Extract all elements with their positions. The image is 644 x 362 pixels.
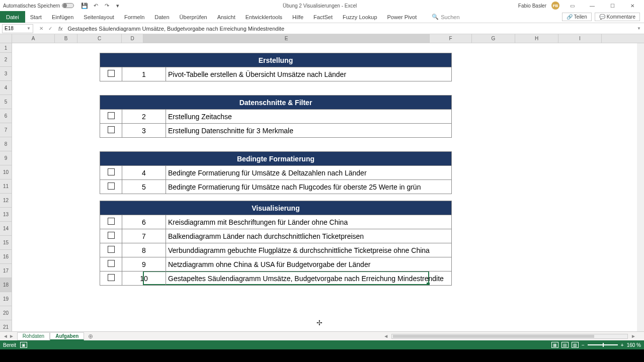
- tab-formeln[interactable]: Formeln: [119, 11, 149, 23]
- tab-start[interactable]: Start: [25, 11, 47, 23]
- col-header-F[interactable]: F: [430, 34, 472, 43]
- sheet-nav-next-icon[interactable]: ►: [9, 333, 14, 339]
- row-header-17[interactable]: 17: [0, 264, 12, 278]
- row-header-19[interactable]: 19: [0, 292, 12, 306]
- cancel-formula-icon[interactable]: ✕: [37, 25, 45, 33]
- row-header-6[interactable]: 6: [0, 109, 12, 123]
- row-header-7[interactable]: 7: [0, 123, 12, 137]
- task-number: 9: [122, 257, 166, 272]
- close-icon[interactable]: ✕: [625, 1, 640, 11]
- sheet-nav-prev-icon[interactable]: ◄: [3, 333, 8, 339]
- formula-expand-icon[interactable]: ▼: [634, 26, 644, 31]
- formula-input[interactable]: Gestapeltes Säulendiagramm Umsätze, Budg…: [65, 26, 634, 32]
- name-box[interactable]: E18 ▼: [2, 24, 33, 33]
- name-box-value: E18: [5, 26, 14, 31]
- spreadsheet-grid[interactable]: 12345678910111213141516171819202122 ABCD…: [0, 34, 644, 331]
- tab-file[interactable]: Datei: [0, 11, 25, 23]
- tab-fuzzy lookup[interactable]: Fuzzy Lookup: [338, 11, 382, 23]
- row-header-15[interactable]: 15: [0, 236, 12, 250]
- add-sheet-icon[interactable]: ⊕: [84, 333, 97, 340]
- macro-record-icon[interactable]: ▣: [20, 342, 27, 348]
- tab-seitenlayout[interactable]: Seitenlayout: [78, 11, 119, 23]
- avatar[interactable]: FB: [551, 2, 559, 10]
- row-header-4[interactable]: 4: [0, 81, 12, 95]
- row-header-11[interactable]: 11: [0, 179, 12, 194]
- row-header-20[interactable]: 20: [0, 306, 12, 320]
- row-header-21[interactable]: 21: [0, 320, 12, 331]
- tab-daten[interactable]: Daten: [149, 11, 174, 23]
- undo-icon[interactable]: ↶: [92, 2, 99, 9]
- view-layout-icon[interactable]: ▤: [561, 342, 569, 348]
- view-pagebreak-icon[interactable]: ▧: [572, 342, 579, 348]
- tab-ansicht[interactable]: Ansicht: [212, 11, 240, 23]
- fx-icon[interactable]: fx: [56, 26, 65, 32]
- tab-factset[interactable]: FactSet: [308, 11, 338, 23]
- checkbox[interactable]: [108, 168, 115, 175]
- save-icon[interactable]: 💾: [81, 2, 88, 9]
- checkbox[interactable]: [108, 246, 115, 253]
- row-header-5[interactable]: 5: [0, 95, 12, 109]
- col-header-C[interactable]: C: [77, 34, 122, 43]
- col-header-H[interactable]: H: [515, 34, 558, 43]
- hscroll-left-icon[interactable]: ◄: [380, 333, 391, 339]
- row-header-13[interactable]: 13: [0, 208, 12, 222]
- checkbox[interactable]: [108, 112, 115, 119]
- status-bar: Bereit ▣ ▦ ▤ ▧ − + 160 %: [0, 340, 644, 349]
- checkbox[interactable]: [108, 126, 115, 133]
- horizontal-scrollbar[interactable]: [391, 334, 628, 339]
- col-header-B[interactable]: B: [55, 34, 77, 43]
- maximize-icon[interactable]: ☐: [605, 1, 620, 11]
- task-number: 8: [122, 243, 166, 257]
- zoom-slider[interactable]: [588, 344, 618, 345]
- task-number: 2: [122, 110, 166, 124]
- zoom-in-icon[interactable]: +: [621, 342, 624, 348]
- vertical-scrollbar[interactable]: [637, 43, 644, 331]
- zoom-level[interactable]: 160 %: [627, 342, 641, 348]
- row-header-8[interactable]: 8: [0, 137, 12, 151]
- ribbon-display-icon[interactable]: ▭: [565, 1, 580, 11]
- tab-einfügen[interactable]: Einfügen: [47, 11, 78, 23]
- tab-power pivot[interactable]: Power Pivot: [382, 11, 422, 23]
- col-header-D[interactable]: D: [122, 34, 143, 43]
- row-header-14[interactable]: 14: [0, 222, 12, 236]
- tab-hilfe[interactable]: Hilfe: [287, 11, 308, 23]
- checkbox[interactable]: [108, 183, 115, 190]
- row-header-2[interactable]: 2: [0, 53, 12, 67]
- checkbox[interactable]: [108, 218, 115, 225]
- sheet-tab-aufgaben[interactable]: Aufgaben: [50, 332, 84, 340]
- hscroll-right-icon[interactable]: ►: [628, 333, 639, 339]
- row-header-1[interactable]: 1: [0, 43, 12, 53]
- view-normal-icon[interactable]: ▦: [551, 342, 558, 348]
- task-text: Netzdiagramm ohne China & USA für Budget…: [166, 257, 452, 272]
- zoom-out-icon[interactable]: −: [582, 342, 585, 348]
- col-header-A[interactable]: A: [12, 34, 55, 43]
- checkbox[interactable]: [108, 70, 115, 77]
- col-header-G[interactable]: G: [472, 34, 515, 43]
- row-header-10[interactable]: 10: [0, 165, 12, 179]
- enter-formula-icon[interactable]: ✓: [46, 25, 54, 33]
- sheet-tab-rohdaten[interactable]: Rohdaten: [17, 332, 50, 340]
- select-all-corner[interactable]: [0, 34, 12, 43]
- row-header-18[interactable]: 18: [0, 278, 12, 292]
- comments-button[interactable]: 💬Kommentare: [595, 13, 640, 21]
- autosave-toggle[interactable]: [62, 3, 74, 8]
- checkbox[interactable]: [108, 232, 115, 239]
- task-text: Kreisdiagramm mit Beschriftungen für Län…: [166, 215, 452, 229]
- qat-customize-icon[interactable]: ▾: [114, 2, 121, 9]
- autosave-toggle-area[interactable]: Automatisches Speichern: [0, 3, 77, 9]
- checkbox[interactable]: [108, 260, 115, 267]
- tab-überprüfen[interactable]: Überprüfen: [175, 11, 212, 23]
- name-box-dropdown-icon[interactable]: ▼: [27, 26, 31, 31]
- row-header-9[interactable]: 9: [0, 151, 12, 165]
- col-header-E[interactable]: E: [143, 34, 430, 43]
- row-header-16[interactable]: 16: [0, 250, 12, 264]
- row-header-12[interactable]: 12: [0, 194, 12, 208]
- tab-entwicklertools[interactable]: Entwicklertools: [240, 11, 287, 23]
- checkbox[interactable]: [108, 274, 115, 281]
- col-header-I[interactable]: I: [558, 34, 602, 43]
- search-box[interactable]: 🔍 Suchen: [422, 11, 557, 23]
- redo-icon[interactable]: ↷: [103, 2, 110, 9]
- row-header-3[interactable]: 3: [0, 67, 12, 81]
- share-button[interactable]: 🔗Teilen: [562, 13, 592, 21]
- minimize-icon[interactable]: —: [585, 1, 600, 11]
